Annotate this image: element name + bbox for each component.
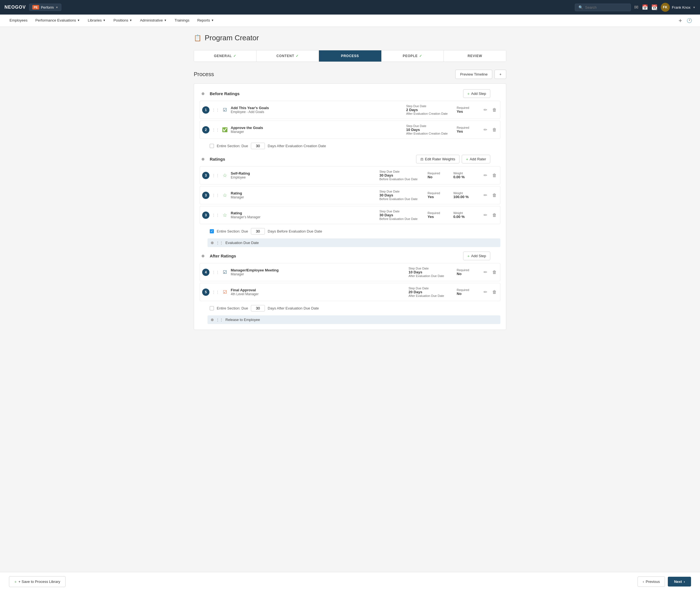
search-input[interactable] xyxy=(585,5,627,9)
ratings-connector xyxy=(201,158,205,160)
before-ratings-days-input[interactable] xyxy=(251,143,265,149)
step-4-required: Required No xyxy=(457,268,473,276)
step-1-due: Step Due Date 2 Days After Evaluation Cr… xyxy=(406,105,448,115)
ratings-footer-text-after: Days Before Evaluation Due Date xyxy=(268,229,322,234)
after-ratings-days-input[interactable] xyxy=(251,305,265,312)
before-ratings-footer-text-before: Entire Section: Due xyxy=(217,144,248,148)
user-menu[interactable]: FK Frank Knox ▼ xyxy=(661,3,696,12)
nav-libraries[interactable]: Libraries ▼ xyxy=(84,14,110,27)
step-1-due-label: Step Due Date xyxy=(406,105,448,108)
step-4-due-days: 10 Days xyxy=(409,270,448,274)
step-row: 5 ⋮⋮ ☑ Final Approval 4th Level Manager … xyxy=(199,283,501,301)
step-3a-weight-label: Weight xyxy=(453,172,476,175)
step-3b-edit-button[interactable]: ✏ xyxy=(482,191,488,199)
step-4-edit-button[interactable]: ✏ xyxy=(482,268,488,276)
step-row: 1 ⋮⋮ ☑ Add This Year's Goals Employee - … xyxy=(199,101,501,119)
after-ratings-checkbox[interactable] xyxy=(210,306,214,310)
step-3b-delete-button[interactable]: 🗑 xyxy=(491,191,498,199)
content-step-label: CONTENT xyxy=(276,54,294,58)
step-3b-number: 3 xyxy=(202,192,210,199)
step-4-drag-handle[interactable]: ⋮⋮ xyxy=(212,270,220,274)
step-5-edit-button[interactable]: ✏ xyxy=(482,288,488,296)
step-5-delete-button[interactable]: 🗑 xyxy=(491,288,498,296)
after-ratings-timeline-row: ⋮⋮ Release to Employee xyxy=(208,315,501,324)
step-1-delete-button[interactable]: 🗑 xyxy=(491,106,498,114)
choose-from-library-button[interactable]: + xyxy=(494,70,506,79)
step-3b-drag-handle[interactable]: ⋮⋮ xyxy=(212,193,220,198)
step-3b-due-label: Step Due Date xyxy=(380,190,419,193)
calendar2-icon[interactable]: 📆 xyxy=(651,4,657,10)
after-ratings-add-step-button[interactable]: + Add Step xyxy=(463,252,490,260)
step-4-name: Manager/Employee Meeting xyxy=(231,268,404,272)
nav-employees[interactable]: Employees xyxy=(6,14,32,27)
step-3a-drag-handle[interactable]: ⋮⋮ xyxy=(212,173,220,178)
step-4-delete-button[interactable]: 🗑 xyxy=(491,268,498,276)
step-5-required-val: No xyxy=(457,291,473,296)
mail-icon[interactable]: ✉ xyxy=(634,4,638,10)
after-timeline-drag-icon[interactable]: ⋮⋮ xyxy=(216,318,223,322)
step-2-edit-button[interactable]: ✏ xyxy=(482,126,488,133)
preview-timeline-button[interactable]: Preview Timeline xyxy=(455,70,492,79)
wizard-step-review[interactable]: REVIEW xyxy=(444,50,506,62)
edit-rater-weights-button[interactable]: ⚖ Edit Rater Weights xyxy=(416,155,460,163)
step-2-delete-button[interactable]: 🗑 xyxy=(491,126,498,133)
nav-add-icon[interactable]: + xyxy=(676,17,684,24)
after-ratings-connector xyxy=(201,255,205,257)
wizard-step-people[interactable]: PEOPLE ✓ xyxy=(382,50,444,62)
page-title-icon: 📋 xyxy=(194,35,201,42)
page-title: Program Creator xyxy=(205,34,259,42)
step-3a-weight-val: 0.00 % xyxy=(453,175,476,179)
step-3c-drag-handle[interactable]: ⋮⋮ xyxy=(212,213,220,217)
ratings-timeline-label: Evaluation Due Date xyxy=(225,241,259,245)
step-2-due: Step Due Date 10 Days After Evaluation C… xyxy=(406,124,448,135)
wizard-step-content[interactable]: CONTENT ✓ xyxy=(256,50,319,62)
step-4-due: Step Due Date 10 Days After Evaluation D… xyxy=(409,267,448,278)
search-bar[interactable]: 🔍 xyxy=(575,4,631,11)
step-3a-delete-button[interactable]: 🗑 xyxy=(491,172,498,179)
nav-administrative[interactable]: Administrative ▼ xyxy=(136,14,171,27)
step-3a-edit-button[interactable]: ✏ xyxy=(482,172,488,179)
nav-positions[interactable]: Positions ▼ xyxy=(110,14,136,27)
timeline-connector-dot xyxy=(211,242,214,244)
wizard-step-general[interactable]: GENERAL ✓ xyxy=(194,50,256,62)
after-ratings-footer-text-before: Entire Section: Due xyxy=(217,306,248,310)
step-3a-due-desc: Before Evaluation Due Date xyxy=(380,178,419,181)
wizard-step-process[interactable]: PROCESS xyxy=(319,50,382,62)
ratings-drag-icon[interactable]: ⋮⋮ xyxy=(216,241,223,245)
step-4-info: Manager/Employee Meeting Manager xyxy=(231,268,404,276)
step-3b-name: Rating xyxy=(231,191,375,195)
ratings-checkbox[interactable]: ✓ xyxy=(210,229,214,234)
nav-trainings[interactable]: Trainings xyxy=(171,14,193,27)
nav-performance-evaluations[interactable]: Performance Evaluations ▼ xyxy=(32,14,84,27)
step-2-drag-handle[interactable]: ⋮⋮ xyxy=(212,128,220,132)
before-ratings-checkbox[interactable] xyxy=(210,144,214,148)
before-ratings-add-step-button[interactable]: + Add Step xyxy=(463,89,490,98)
step-3b-required: Required Yes xyxy=(427,191,444,199)
step-3c-required: Required Yes xyxy=(427,211,444,219)
step-drag-handle[interactable]: ⋮⋮ xyxy=(212,108,220,112)
step-3c-required-label: Required xyxy=(427,211,444,215)
add-rater-button[interactable]: + Add Rater xyxy=(462,155,490,163)
step-3b-required-val: Yes xyxy=(427,195,444,199)
calendar-icon[interactable]: 📅 xyxy=(642,4,648,10)
step-3b-actions: ✏ 🗑 xyxy=(482,191,498,199)
nav-history-icon[interactable]: 🕐 xyxy=(684,18,694,23)
neogov-logo: NEOGOV xyxy=(4,5,26,10)
step-3c-icon: ☆ xyxy=(222,212,228,218)
ratings-days-input[interactable] xyxy=(251,228,265,235)
step-5-required: Required No xyxy=(457,288,473,296)
step-4-number: 4 xyxy=(202,269,210,276)
step-2-required: Required Yes xyxy=(457,126,473,133)
app-switcher[interactable]: PE Perform ▼ xyxy=(29,4,61,11)
step-3a-info: Self-Rating Employee xyxy=(231,171,375,179)
step-3c-edit-button[interactable]: ✏ xyxy=(482,211,488,219)
process-section-title: Process xyxy=(194,71,214,77)
step-3c-delete-button[interactable]: 🗑 xyxy=(491,211,498,219)
people-step-label: PEOPLE xyxy=(403,54,417,58)
step-1-edit-button[interactable]: ✏ xyxy=(482,106,488,114)
process-step-label: PROCESS xyxy=(341,54,359,58)
nav-reports[interactable]: Reports ▼ xyxy=(193,14,218,27)
step-4-required-val: No xyxy=(457,272,473,276)
step-5-drag-handle[interactable]: ⋮⋮ xyxy=(212,290,220,294)
step-1-role: Employee - Add Goals xyxy=(231,110,402,114)
